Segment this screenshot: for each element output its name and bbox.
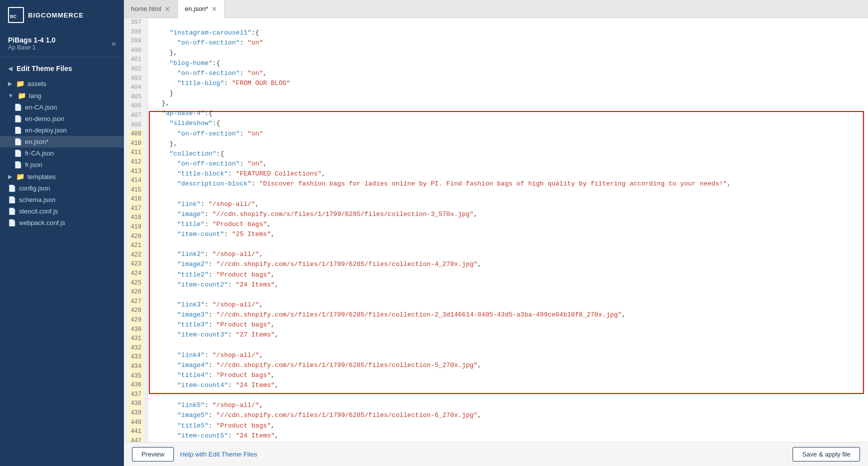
code-line-432: "title4": "Product bags",	[154, 370, 862, 380]
line-number-430: 430	[128, 325, 143, 334]
line-number-435: 435	[128, 372, 143, 381]
code-line-418: "item-count": "25 Items",	[154, 230, 862, 240]
file-icon-config: 📄	[8, 184, 16, 192]
line-number-436: 436	[128, 380, 143, 390]
file-icon-stencil: 📄	[8, 208, 16, 215]
code-line-415: "link": "/shop-all/",	[154, 200, 862, 210]
file-icon-en-deploy: 📄	[14, 126, 22, 134]
line-number-434: 434	[128, 362, 143, 372]
line-number-402: 402	[128, 64, 143, 74]
code-line-419	[154, 240, 862, 250]
line-number-414: 414	[128, 176, 143, 186]
line-number-411: 411	[128, 148, 143, 158]
line-number-427: 427	[128, 297, 143, 306]
sidebar-item-assets[interactable]: ▶ 📁 assets	[0, 78, 124, 90]
code-line-430: "link4": "/shop-all/",	[154, 350, 862, 360]
line-number-407: 407	[128, 111, 143, 120]
tab-home-html[interactable]: home.html ✕	[124, 0, 178, 18]
sidebar-item-en-CA-json[interactable]: 📄 en-CA.json	[0, 102, 124, 113]
code-line-428: "item-count3": "27 Items",	[154, 330, 862, 340]
code-line-416: "image": "//cdn.shopify.com/s/files/1/17…	[154, 210, 862, 220]
sidebar-label-fr: fr.json	[25, 161, 42, 168]
code-line-438: "item-count5": "24 Items",	[154, 431, 862, 441]
code-line-406: "ap-base-4":{	[154, 108, 862, 118]
line-number-432: 432	[128, 344, 143, 353]
sidebar-item-stencil-conf[interactable]: 📄 stencil.conf.js	[0, 206, 124, 217]
code-line-402: "on-off-section": "on",	[154, 68, 862, 78]
sidebar-label-en-demo: en-demo.json	[25, 115, 64, 122]
sidebar-label-lang: lang	[29, 92, 41, 100]
code-line-409: },	[154, 139, 862, 149]
code-line-439	[154, 441, 862, 442]
svg-text:BC: BC	[10, 14, 16, 19]
code-line-408: "on-off-section": "on"	[154, 129, 862, 139]
preview-button[interactable]: Preview	[132, 447, 174, 462]
line-number-428: 428	[128, 306, 143, 316]
help-link[interactable]: Help with Edit Theme Files	[180, 450, 257, 458]
line-number-424: 424	[128, 269, 143, 278]
sidebar-item-en-demo-json[interactable]: 📄 en-demo.json	[0, 113, 124, 124]
line-number-431: 431	[128, 334, 143, 344]
sidebar-label-en-CA: en-CA.json	[25, 104, 57, 111]
file-tree: ▶ 📁 assets ▼ 📁 lang 📄 en-CA.json 📄 en-de…	[0, 76, 124, 466]
sidebar-logo: BC BIGCOMMERCE	[0, 0, 124, 30]
collapse-icon[interactable]: «	[111, 39, 116, 48]
tab-close-en[interactable]: ✕	[211, 5, 217, 13]
sidebar-item-en-deploy-json[interactable]: 📄 en-deploy.json	[0, 124, 124, 136]
line-number-437: 437	[128, 390, 143, 400]
tab-label-en: en.json*	[185, 5, 208, 12]
line-number-433: 433	[128, 352, 143, 362]
code-line-424	[154, 290, 862, 300]
line-number-423: 423	[128, 260, 143, 269]
sidebar-item-en-json[interactable]: 📄 en.json*	[0, 136, 124, 148]
save-apply-button[interactable]: Save & apply file	[793, 447, 860, 462]
code-line-401: "blog-home":{	[154, 58, 862, 68]
line-number-420: 420	[128, 232, 143, 242]
sidebar-item-webpack-conf[interactable]: 📄 webpack.conf.js	[0, 217, 124, 228]
code-line-414	[154, 189, 862, 199]
line-number-408: 408	[128, 120, 143, 130]
code-line-400: },	[154, 48, 862, 58]
code-line-404: }	[154, 88, 862, 98]
sidebar-item-fr-json[interactable]: 📄 fr.json	[0, 159, 124, 170]
app-title: BIGCOMMERCE	[28, 12, 83, 19]
sidebar-item-schema-json[interactable]: 📄 schema.json	[0, 194, 124, 206]
editor-tabs: home.html ✕ en.json* ✕	[124, 0, 868, 18]
line-numbers: 3973983994004014024034044054064074084094…	[124, 18, 148, 442]
edit-theme-files-section[interactable]: ◀ Edit Theme Files	[0, 58, 124, 76]
code-editor[interactable]: 3973983994004014024034044054064074084094…	[124, 18, 868, 442]
sidebar-item-templates[interactable]: ▶ 📁 templates	[0, 170, 124, 182]
code-line-423: "item-count2": "24 Items",	[154, 280, 862, 290]
sidebar-label-templates: templates	[27, 173, 55, 180]
sidebar-item-fr-CA-json[interactable]: 📄 fr-CA.json	[0, 148, 124, 159]
line-number-441: 441	[128, 427, 143, 436]
line-number-397: 397	[128, 18, 143, 28]
sidebar-item-config-json[interactable]: 📄 config.json	[0, 182, 124, 194]
line-number-440: 440	[128, 418, 143, 428]
sidebar-label-fr-CA: fr-CA.json	[25, 150, 54, 157]
file-icon-fr-CA: 📄	[14, 150, 22, 157]
code-line-436: "image5": "//cdn.shopify.com/s/files/1/1…	[154, 410, 862, 420]
code-content[interactable]: "instagram-carousel1":{ "on-off-section"…	[148, 18, 868, 442]
file-icon-en-CA: 📄	[14, 104, 22, 111]
line-number-405: 405	[128, 92, 143, 102]
code-line-413: "description-block": "Discover fashion b…	[154, 179, 862, 189]
line-number-412: 412	[128, 158, 143, 167]
code-line-427: "title3": "Product bags",	[154, 320, 862, 330]
file-icon-fr: 📄	[14, 161, 22, 168]
tab-close-home[interactable]: ✕	[164, 5, 170, 13]
line-number-403: 403	[128, 74, 143, 84]
sidebar-item-lang[interactable]: ▼ 📁 lang	[0, 90, 124, 102]
folder-icon-templates: 📁	[16, 172, 24, 180]
code-line-433: "item-count4": "24 Items",	[154, 380, 862, 390]
code-line-397	[154, 18, 862, 28]
sidebar-label-webpack: webpack.conf.js	[19, 219, 65, 226]
file-icon-en: 📄	[14, 138, 22, 146]
bottom-bar: Preview Help with Edit Theme Files Save …	[124, 442, 868, 466]
line-number-421: 421	[128, 241, 143, 250]
tab-en-json[interactable]: en.json* ✕	[178, 0, 225, 18]
code-line-434	[154, 390, 862, 400]
tab-label-home: home.html	[131, 5, 161, 12]
file-icon-en-demo: 📄	[14, 115, 22, 122]
code-line-405: },	[154, 98, 862, 108]
